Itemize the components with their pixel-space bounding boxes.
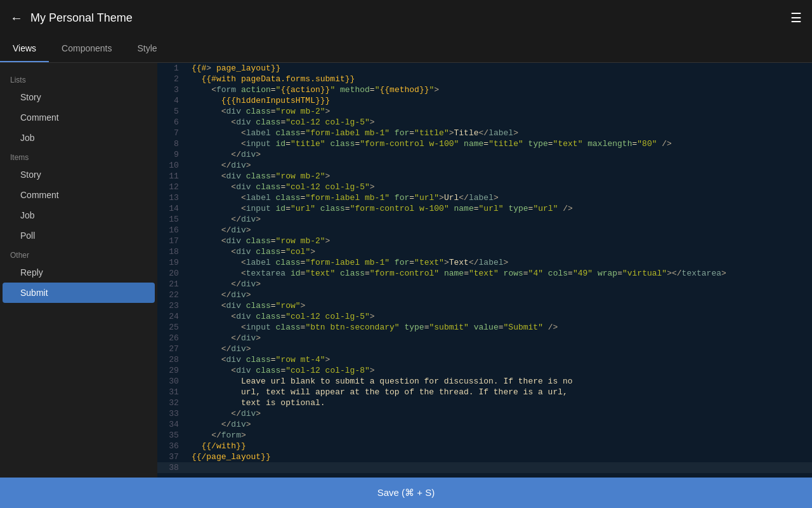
line-content[interactable]: <input class="btn btn-secondary" type="s… [187, 322, 812, 333]
header-left: ← My Personal Theme [10, 11, 133, 25]
back-button[interactable]: ← [10, 11, 23, 25]
table-row: 37{{/page_layout}} [157, 451, 812, 462]
table-row: 21 </div> [157, 279, 812, 290]
sidebar-item-items-story[interactable]: Story [0, 164, 157, 185]
line-content[interactable]: <label class="form-label mb-1" for="text… [187, 257, 812, 268]
line-content[interactable]: <form action="{{action}}" method="{{meth… [187, 84, 812, 95]
line-number: 23 [157, 300, 187, 311]
sidebar-item-items-poll[interactable]: Poll [0, 225, 157, 246]
line-number: 33 [157, 408, 187, 419]
sidebar-item-items-comment[interactable]: Comment [0, 185, 157, 205]
header: ← My Personal Theme ☰ [0, 0, 812, 36]
table-row: 28 <div class="row mt-4"> [157, 354, 812, 365]
line-number: 18 [157, 246, 187, 257]
line-content[interactable]: </form> [187, 430, 812, 441]
line-content[interactable]: text is optional. [187, 398, 812, 408]
sidebar-item-lists-job[interactable]: Job [0, 128, 157, 148]
line-number: 13 [157, 192, 187, 203]
line-number: 25 [157, 322, 187, 333]
line-content[interactable]: url, text will appear at the top of the … [187, 387, 812, 398]
line-number: 31 [157, 387, 187, 398]
line-content[interactable]: <div class="col-12 col-lg-5"> [187, 117, 812, 128]
line-content[interactable]: <input id="title" class="form-control w-… [187, 138, 812, 149]
line-content[interactable]: <label class="form-label mb-1" for="url"… [187, 192, 812, 203]
line-number: 3 [157, 84, 187, 95]
line-content[interactable]: <div class="row"> [187, 300, 812, 311]
line-number: 26 [157, 333, 187, 344]
table-row: 38 [157, 462, 812, 473]
line-content[interactable]: {{/page_layout}} [187, 451, 812, 462]
menu-button[interactable]: ☰ [790, 10, 802, 25]
save-footer[interactable]: Save (⌘ + S) [0, 478, 812, 508]
line-content[interactable]: </div> [187, 419, 812, 430]
line-number: 34 [157, 419, 187, 430]
line-content[interactable]: {{/with}} [187, 441, 812, 451]
table-row: 5 <div class="row mb-2"> [157, 106, 812, 117]
line-content[interactable]: {{{hiddenInputsHTML}}} [187, 95, 812, 106]
line-content[interactable]: </div> [187, 408, 812, 419]
table-row: 11 <div class="row mb-2"> [157, 171, 812, 182]
line-number: 24 [157, 311, 187, 322]
line-content[interactable]: {{#with pageData.forms.submit}} [187, 74, 812, 84]
tab-components[interactable]: Components [49, 36, 124, 62]
line-number: 35 [157, 430, 187, 441]
line-number: 22 [157, 290, 187, 300]
table-row: 20 <textarea id="text" class="form-contr… [157, 268, 812, 279]
table-row: 14 <input id="url" class="form-control w… [157, 203, 812, 214]
line-content[interactable]: <div class="col"> [187, 246, 812, 257]
sidebar-item-lists-story[interactable]: Story [0, 87, 157, 107]
table-row: 36 {{/with}} [157, 441, 812, 451]
table-row: 22 </div> [157, 290, 812, 300]
line-content[interactable]: </div> [187, 225, 812, 236]
line-number: 27 [157, 344, 187, 354]
line-number: 14 [157, 203, 187, 214]
line-content[interactable]: <div class="col-12 col-lg-5"> [187, 311, 812, 322]
main-content: Lists Story Comment Job Items Story Comm… [0, 63, 812, 478]
table-row: 15 </div> [157, 214, 812, 225]
line-number: 29 [157, 365, 187, 376]
line-content[interactable]: </div> [187, 149, 812, 160]
line-content[interactable]: <div class="row mb-2"> [187, 171, 812, 182]
line-number: 19 [157, 257, 187, 268]
line-number: 32 [157, 398, 187, 408]
line-number: 16 [157, 225, 187, 236]
line-number: 1 [157, 63, 187, 74]
sidebar-item-other-reply[interactable]: Reply [0, 262, 157, 283]
sidebar-item-lists-comment[interactable]: Comment [0, 107, 157, 128]
sidebar-item-items-job[interactable]: Job [0, 205, 157, 225]
table-row: 35 </form> [157, 430, 812, 441]
line-number: 20 [157, 268, 187, 279]
tabs-bar: Views Components Style [0, 36, 812, 63]
table-row: 33 </div> [157, 408, 812, 419]
line-number: 17 [157, 236, 187, 246]
line-content[interactable]: <div class="row mt-4"> [187, 354, 812, 365]
sidebar-section-lists: Lists [0, 70, 157, 87]
table-row: 13 <label class="form-label mb-1" for="u… [157, 192, 812, 203]
sidebar-item-other-submit[interactable]: Submit [3, 283, 155, 303]
tab-style[interactable]: Style [124, 36, 169, 62]
line-content[interactable]: <label class="form-label mb-1" for="titl… [187, 128, 812, 138]
line-content[interactable]: <div class="row mb-2"> [187, 236, 812, 246]
line-content[interactable]: </div> [187, 344, 812, 354]
line-content[interactable]: <div class="row mb-2"> [187, 106, 812, 117]
line-content[interactable]: <div class="col-12 col-lg-5"> [187, 182, 812, 192]
line-content[interactable]: </div> [187, 290, 812, 300]
table-row: 17 <div class="row mb-2"> [157, 236, 812, 246]
line-content[interactable]: </div> [187, 160, 812, 171]
table-row: 30 Leave url blank to submit a question … [157, 376, 812, 387]
line-content[interactable] [187, 462, 812, 473]
code-editor[interactable]: 1{{#> page_layout}}2 {{#with pageData.fo… [157, 63, 812, 478]
table-row: 9 </div> [157, 149, 812, 160]
line-content[interactable]: </div> [187, 279, 812, 290]
line-content[interactable]: <textarea id="text" class="form-control"… [187, 268, 812, 279]
line-number: 4 [157, 95, 187, 106]
line-content[interactable]: </div> [187, 333, 812, 344]
line-content[interactable]: Leave url blank to submit a question for… [187, 376, 812, 387]
sidebar-section-items: Items [0, 148, 157, 164]
line-content[interactable]: {{#> page_layout}} [187, 63, 812, 74]
line-content[interactable]: <div class="col-12 col-lg-8"> [187, 365, 812, 376]
line-number: 2 [157, 74, 187, 84]
line-content[interactable]: <input id="url" class="form-control w-10… [187, 203, 812, 214]
line-content[interactable]: </div> [187, 214, 812, 225]
tab-views[interactable]: Views [0, 36, 49, 62]
